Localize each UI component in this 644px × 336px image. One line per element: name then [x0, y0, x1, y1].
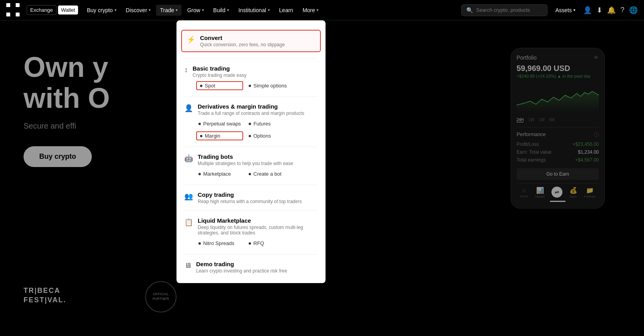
trading-bots-icon: 🤖	[184, 154, 193, 163]
futures-bullet	[249, 123, 251, 125]
perpetual-bullet	[198, 123, 201, 125]
divider-1	[184, 58, 318, 59]
basic-trading-title: Basic trading	[193, 65, 318, 72]
liquid-marketplace-subitems: Nitro Spreads RFQ	[196, 239, 318, 248]
discover-chevron-icon: ▾	[149, 8, 151, 12]
copy-trading-title: Copy trading	[198, 191, 318, 198]
divider-6	[184, 254, 318, 254]
menu-copy-trading[interactable]: 👥 Copy trading Reap high returns with a …	[176, 187, 326, 209]
derivatives-header[interactable]: 👤 Derivatives & margin trading Trade a f…	[184, 103, 318, 116]
marketplace-link[interactable]: Marketplace	[196, 169, 243, 178]
perpetual-swaps-link[interactable]: Perpetual swaps	[196, 119, 243, 128]
liquid-marketplace-header[interactable]: 📋 Liquid Marketplace Deep liquidity on f…	[184, 217, 318, 236]
institutional-chevron-icon: ▾	[268, 8, 270, 12]
demo-trading-desc: Learn crypto investing and practice risk…	[196, 268, 318, 274]
nav-links: Buy crypto ▾ Discover ▾ Trade ▾ Grow ▾ B…	[83, 5, 461, 16]
basic-trading-icon: ↕	[184, 66, 188, 74]
derivatives-desc: Trade a full range of contracts and marg…	[198, 111, 318, 116]
liquid-marketplace-desc: Deep liquidity on futures spreads, custo…	[198, 225, 318, 236]
derivatives-subitems: Perpetual swaps Futures Margin Options	[196, 119, 318, 140]
nav-build[interactable]: Build ▾	[209, 5, 233, 16]
convert-header[interactable]: ⚡ Convert Quick conversion, zero fees, n…	[181, 30, 321, 52]
search-box[interactable]: 🔍	[461, 4, 548, 16]
trading-bots-header[interactable]: 🤖 Trading bots Multiple strategies to he…	[184, 153, 318, 166]
wallet-tab[interactable]: Wallet	[58, 5, 78, 15]
rfq-link[interactable]: RFQ	[246, 239, 293, 248]
create-bot-link[interactable]: Create a bot	[246, 169, 293, 178]
basic-trading-subitems: Spot Simple options	[196, 81, 318, 90]
exchange-tab[interactable]: Exchange	[27, 5, 56, 15]
convert-title: Convert	[200, 35, 315, 41]
derivatives-title: Derivatives & margin trading	[198, 103, 318, 110]
basic-trading-header[interactable]: ↕ Basic trading Crypto trading made easy	[184, 65, 318, 78]
trade-dropdown-menu: ⚡ Convert Quick conversion, zero fees, n…	[176, 20, 326, 283]
liquid-marketplace-icon: 📋	[184, 218, 193, 227]
nav-buy-crypto[interactable]: Buy crypto ▾	[83, 5, 120, 16]
demo-trading-icon: 🖥	[184, 262, 191, 270]
nitro-spreads-link[interactable]: Nitro Spreads	[196, 239, 243, 248]
globe-icon[interactable]: 🌐	[629, 6, 638, 15]
nav-mode-tabs: Exchange Wallet	[27, 5, 78, 15]
derivatives-icon: 👤	[184, 104, 193, 113]
margin-bullet	[200, 135, 202, 137]
divider-2	[184, 96, 318, 97]
download-icon[interactable]: ⬇	[597, 6, 602, 15]
rfq-bullet	[249, 242, 251, 245]
nav-right: 🔍 Assets ▾ 👤 ⬇ 🔔 ? 🌐	[461, 4, 638, 16]
spot-link[interactable]: Spot	[196, 81, 243, 90]
margin-link[interactable]: Margin	[196, 131, 243, 140]
demo-trading-title: Demo trading	[196, 261, 318, 267]
navbar: Exchange Wallet Buy crypto ▾ Discover ▾ …	[0, 0, 644, 20]
futures-link[interactable]: Futures	[246, 119, 293, 128]
copy-trading-desc: Reap high returns with a community of to…	[198, 199, 318, 204]
search-input[interactable]	[476, 7, 542, 13]
menu-basic-trading: ↕ Basic trading Crypto trading made easy…	[176, 60, 326, 95]
spot-bullet	[200, 85, 202, 87]
menu-derivatives: 👤 Derivatives & margin trading Trade a f…	[176, 98, 326, 145]
buy-crypto-chevron-icon: ▾	[115, 8, 116, 12]
convert-desc: Quick conversion, zero fees, no slippage	[200, 42, 315, 47]
demo-trading-header[interactable]: 🖥 Demo trading Learn crypto investing an…	[184, 261, 318, 274]
okx-logo[interactable]	[6, 3, 20, 17]
nav-institutional[interactable]: Institutional ▾	[235, 5, 274, 16]
trading-bots-subitems: Marketplace Create a bot	[196, 169, 318, 178]
nav-more[interactable]: More ▾	[298, 5, 322, 16]
nav-trade[interactable]: Trade ▾	[156, 5, 182, 16]
assets-chevron-icon: ▾	[573, 8, 575, 12]
options-link[interactable]: Options	[246, 131, 293, 140]
bell-icon[interactable]: 🔔	[607, 6, 616, 15]
nitro-bullet	[198, 242, 201, 245]
more-chevron-icon: ▾	[317, 8, 318, 12]
simple-options-link[interactable]: Simple options	[246, 81, 293, 90]
search-icon: 🔍	[466, 7, 473, 13]
build-chevron-icon: ▾	[227, 8, 229, 12]
divider-5	[184, 211, 318, 211]
liquid-marketplace-title: Liquid Marketplace	[198, 217, 318, 224]
convert-icon: ⚡	[187, 35, 195, 44]
menu-demo-trading[interactable]: 🖥 Demo trading Learn crypto investing an…	[176, 256, 326, 278]
simple-options-bullet	[249, 85, 251, 87]
divider-4	[184, 185, 318, 185]
trade-chevron-icon: ▾	[176, 8, 178, 12]
basic-trading-desc: Crypto trading made easy	[193, 73, 318, 78]
marketplace-bullet	[198, 173, 201, 175]
grow-chevron-icon: ▾	[202, 8, 204, 12]
trading-bots-desc: Multiple strategies to help you trade wi…	[198, 161, 318, 166]
nav-discover[interactable]: Discover ▾	[122, 5, 155, 16]
menu-trading-bots: 🤖 Trading bots Multiple strategies to he…	[176, 149, 326, 183]
profile-icon[interactable]: 👤	[583, 6, 592, 15]
create-bot-bullet	[249, 173, 251, 175]
options-bullet	[249, 135, 251, 137]
nav-learn[interactable]: Learn	[275, 5, 297, 16]
trading-bots-title: Trading bots	[198, 153, 318, 160]
menu-convert[interactable]: ⚡ Convert Quick conversion, zero fees, n…	[176, 25, 326, 57]
nav-grow[interactable]: Grow ▾	[183, 5, 207, 16]
help-icon[interactable]: ?	[620, 6, 624, 14]
divider-3	[184, 147, 318, 147]
menu-liquid-marketplace: 📋 Liquid Marketplace Deep liquidity on f…	[176, 212, 326, 252]
assets-button[interactable]: Assets ▾	[552, 5, 579, 15]
copy-trading-header[interactable]: 👥 Copy trading Reap high returns with a …	[184, 191, 318, 204]
copy-trading-icon: 👥	[184, 192, 193, 201]
